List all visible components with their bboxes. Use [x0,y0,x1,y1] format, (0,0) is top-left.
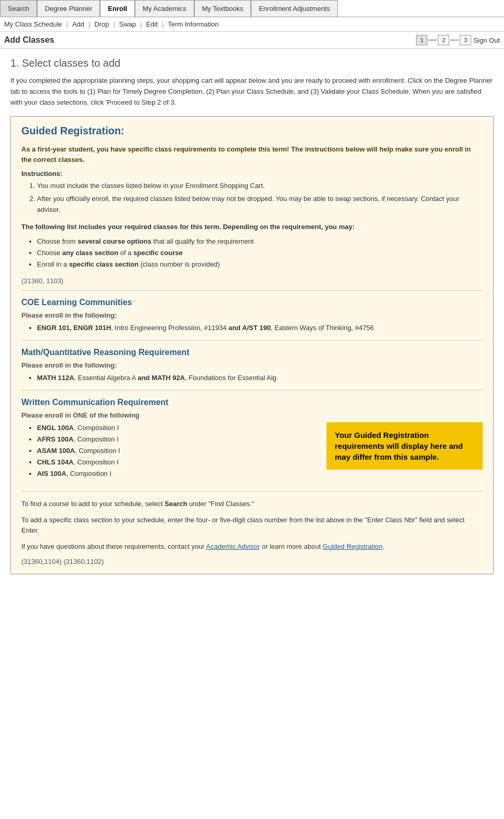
questions-text: If you have questions about these requir… [21,541,483,552]
divider-1 [21,290,483,291]
tab-my-textbooks[interactable]: My Textbooks [194,0,251,17]
tab-search[interactable]: Search [0,0,37,17]
second-nav-bar: My Class Schedule | Add | Drop | Swap | … [0,17,504,32]
sub-link-term-information[interactable]: Term Information [164,19,223,29]
divider-4 [21,491,483,492]
instructions-list: You must include the classes listed belo… [37,181,483,215]
guided-registration-link[interactable]: Guided Registration [323,543,383,550]
written-subtitle: Written Communication Requirement [21,398,483,407]
following-bullets: Choose from several course options that … [37,236,483,270]
instruction-item-2: After you officially enroll, the require… [37,194,483,216]
written-enroll-label: Please enroll in ONE of the following [21,411,483,419]
top-nav-bar: Search Degree Planner Enroll My Academic… [0,0,504,17]
following-list-label: The following list includes your require… [21,222,483,232]
section-heading: 1. Select classes to add [10,57,494,69]
sub-link-swap[interactable]: Swap [115,19,141,29]
add-specific-text: To add a specific class section to your … [21,515,483,537]
tab-enroll[interactable]: Enroll [100,0,135,17]
coe-enroll-label: Please enroll in the following: [21,311,483,319]
step-2-icon: 2 [438,35,449,45]
instruction-item-1: You must include the classes listed belo… [37,181,483,192]
find-course-search-bold: Search [165,500,187,508]
bullet-2: Choose any class section of a specific c… [37,247,483,259]
sub-link-add[interactable]: Add [68,19,89,29]
coe-bullet-1: ENGR 101, ENGR 101H, Intro Engineering P… [37,322,483,334]
guided-alert: As a first-year student, you have specif… [21,144,483,165]
page-title: Add Classes [4,35,54,45]
bullet-3: Enroll in a specific class section (clas… [37,259,483,270]
math-bullet-1: MATH 112A, Essential Algebra A and MATH … [37,372,483,384]
tab-enrollment-adjustments[interactable]: Enrollment Adjustments [251,0,338,17]
bullet-1: Choose from several course options that … [37,236,483,247]
find-course-text: To find a course to add to your schedule… [21,499,483,510]
sub-link-drop[interactable]: Drop [90,19,113,29]
academic-advisor-link[interactable]: Academic Advisor [206,543,260,550]
math-enroll-label: Please enroll in the following: [21,361,483,369]
written-section-container: ENGL 100A, Composition I AFRS 100A, Comp… [21,422,483,485]
tab-degree-planner[interactable]: Degree Planner [37,0,100,17]
class-nums-top: (31360, 1103) [21,277,483,285]
guided-title: Guided Registration: [21,125,483,137]
page-header: Add Classes 1 2 3 Sign Out [0,32,504,49]
overlay-banner: Your Guided Registration requirements wi… [326,422,483,470]
coe-subtitle: COE Learning Communities [21,298,483,307]
tab-my-academics[interactable]: My Academics [135,0,194,17]
divider-2 [21,340,483,341]
guided-registration-box: Guided Registration: As a first-year stu… [10,116,494,574]
step-3-icon: 3 [460,35,471,45]
footer-nums: (31360,1104) (31360,1102) [21,558,483,565]
written-bullet-5: AIS 100A, Composition I [37,468,483,480]
divider-3 [21,390,483,390]
coe-bullets: ENGR 101, ENGR 101H, Intro Engineering P… [37,322,483,334]
step-connector-1 [429,40,437,41]
step-connector-2 [450,40,459,41]
sub-link-edit[interactable]: Edit [142,19,162,29]
instructions-label: Instructions: [21,170,483,178]
sign-out-button[interactable]: Sign Out [473,36,500,44]
main-content: 1. Select classes to add If you complete… [0,49,504,593]
math-subtitle: Math/Quantitative Reasoning Requirement [21,348,483,357]
intro-text: If you completed the appropriate plannin… [10,75,494,108]
math-bullets: MATH 112A, Essential Algebra A and MATH … [37,372,483,384]
step-1-icon: 1 [416,35,427,45]
step-icons: 1 2 3 [416,35,471,45]
sub-link-my-class-schedule[interactable]: My Class Schedule [0,19,66,29]
